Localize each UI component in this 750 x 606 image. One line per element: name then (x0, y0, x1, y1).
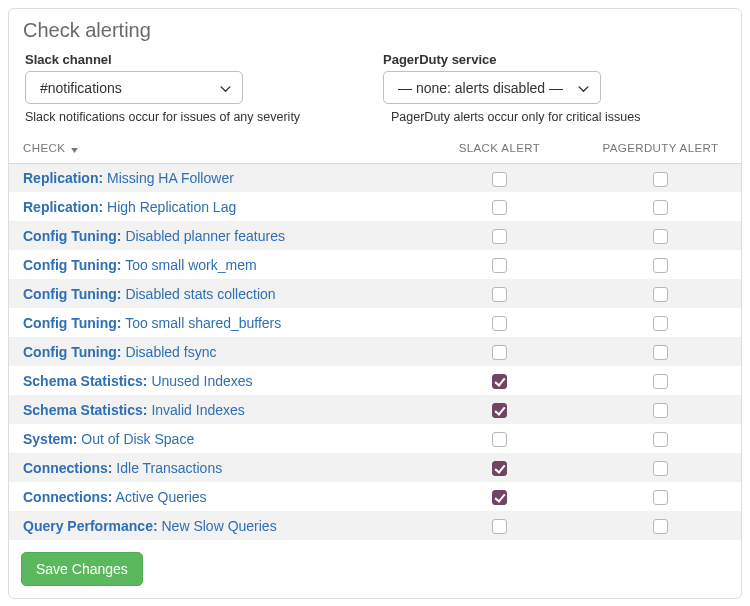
pagerduty-alert-cell (580, 337, 741, 366)
table-row: Connections: Idle Transactions (9, 453, 741, 482)
check-cell[interactable]: Schema Statistics: Invalid Indexes (9, 395, 419, 424)
check-cell[interactable]: Schema Statistics: Unused Indexes (9, 366, 419, 395)
pagerduty-alert-checkbox[interactable] (653, 432, 668, 447)
column-header-check[interactable]: Check (9, 134, 419, 163)
check-category: Config Tuning: (23, 257, 121, 273)
pagerduty-alert-checkbox[interactable] (653, 345, 668, 360)
slack-alert-checkbox[interactable] (492, 345, 507, 360)
slack-alert-checkbox[interactable] (492, 258, 507, 273)
check-category: Replication: (23, 199, 103, 215)
slack-alert-checkbox[interactable] (492, 374, 507, 389)
pagerduty-col: PagerDuty service — none: alerts disable… (379, 52, 729, 104)
slack-channel-select[interactable]: #notifications (25, 71, 243, 104)
check-category: Config Tuning: (23, 228, 121, 244)
check-category: Query Performance: (23, 518, 158, 534)
slack-alert-checkbox[interactable] (492, 287, 507, 302)
check-cell[interactable]: Replication: Missing HA Follower (9, 163, 419, 192)
check-category: Schema Statistics: (23, 373, 148, 389)
slack-alert-checkbox[interactable] (492, 432, 507, 447)
check-cell[interactable]: Config Tuning: Too small shared_buffers (9, 308, 419, 337)
pagerduty-alert-cell (580, 163, 741, 192)
pagerduty-alert-cell (580, 192, 741, 221)
pagerduty-alert-checkbox[interactable] (653, 172, 668, 187)
slack-alert-checkbox[interactable] (492, 200, 507, 215)
pagerduty-alert-checkbox[interactable] (653, 287, 668, 302)
slack-alert-checkbox[interactable] (492, 316, 507, 331)
table-row: Schema Statistics: Invalid Indexes (9, 395, 741, 424)
check-cell[interactable]: Connections: Active Queries (9, 482, 419, 511)
pagerduty-alert-cell (580, 366, 741, 395)
table-row: Connections: Active Queries (9, 482, 741, 511)
pagerduty-alert-cell (580, 221, 741, 250)
pagerduty-alert-checkbox[interactable] (653, 490, 668, 505)
pagerduty-alert-cell (580, 279, 741, 308)
check-cell[interactable]: System: Out of Disk Space (9, 424, 419, 453)
slack-alert-checkbox[interactable] (492, 461, 507, 476)
save-button[interactable]: Save Changes (21, 552, 143, 586)
check-cell[interactable]: Replication: High Replication Lag (9, 192, 419, 221)
panel-footer: Save Changes (9, 540, 741, 598)
check-name: Disabled planner features (125, 228, 285, 244)
check-category: Connections: (23, 460, 112, 476)
check-category: Schema Statistics: (23, 402, 148, 418)
check-name: Active Queries (116, 489, 207, 505)
pagerduty-alert-cell (580, 453, 741, 482)
slack-alert-cell (419, 250, 580, 279)
check-category: Replication: (23, 170, 103, 186)
check-category: System: (23, 431, 77, 447)
check-name: Too small work_mem (125, 257, 256, 273)
check-name: Out of Disk Space (81, 431, 194, 447)
table-row: Config Tuning: Disabled stats collection (9, 279, 741, 308)
slack-alert-cell (419, 453, 580, 482)
check-cell[interactable]: Connections: Idle Transactions (9, 453, 419, 482)
column-header-pagerduty[interactable]: PagerDuty Alert (580, 134, 741, 163)
pagerduty-service-label: PagerDuty service (383, 52, 725, 67)
pagerduty-alert-cell (580, 395, 741, 424)
pagerduty-alert-checkbox[interactable] (653, 258, 668, 273)
check-cell[interactable]: Query Performance: New Slow Queries (9, 511, 419, 540)
panel-title: Check alerting (9, 9, 741, 46)
config-row: Slack channel #notifications PagerDuty s… (9, 46, 741, 104)
pagerduty-alert-checkbox[interactable] (653, 229, 668, 244)
table-row: Schema Statistics: Unused Indexes (9, 366, 741, 395)
pagerduty-alert-cell (580, 424, 741, 453)
check-cell[interactable]: Config Tuning: Disabled fsync (9, 337, 419, 366)
pagerduty-help-text: PagerDuty alerts occur only for critical… (375, 104, 741, 134)
help-row: Slack notifications occur for issues of … (9, 104, 741, 134)
pagerduty-alert-checkbox[interactable] (653, 200, 668, 215)
checks-table: Check Slack Alert PagerDuty Alert Replic… (9, 134, 741, 540)
slack-alert-checkbox[interactable] (492, 229, 507, 244)
pagerduty-service-select[interactable]: — none: alerts disabled — (383, 71, 601, 104)
slack-alert-cell (419, 511, 580, 540)
pagerduty-alert-checkbox[interactable] (653, 374, 668, 389)
slack-alert-checkbox[interactable] (492, 172, 507, 187)
table-row: Config Tuning: Too small work_mem (9, 250, 741, 279)
slack-alert-cell (419, 482, 580, 511)
slack-alert-cell (419, 221, 580, 250)
check-cell[interactable]: Config Tuning: Disabled stats collection (9, 279, 419, 308)
table-row: Replication: High Replication Lag (9, 192, 741, 221)
table-row: Query Performance: New Slow Queries (9, 511, 741, 540)
slack-alert-checkbox[interactable] (492, 519, 507, 534)
pagerduty-alert-checkbox[interactable] (653, 461, 668, 476)
check-cell[interactable]: Config Tuning: Disabled planner features (9, 221, 419, 250)
check-name: High Replication Lag (107, 199, 236, 215)
slack-alert-cell (419, 337, 580, 366)
pagerduty-alert-checkbox[interactable] (653, 316, 668, 331)
table-row: Config Tuning: Too small shared_buffers (9, 308, 741, 337)
slack-alert-cell (419, 163, 580, 192)
sort-desc-icon (71, 143, 78, 155)
check-name: Missing HA Follower (107, 170, 234, 186)
pagerduty-alert-cell (580, 482, 741, 511)
column-header-slack[interactable]: Slack Alert (419, 134, 580, 163)
pagerduty-alert-cell (580, 308, 741, 337)
check-cell[interactable]: Config Tuning: Too small work_mem (9, 250, 419, 279)
check-name: Disabled fsync (125, 344, 216, 360)
check-category: Config Tuning: (23, 315, 121, 331)
pagerduty-alert-checkbox[interactable] (653, 519, 668, 534)
slack-alert-checkbox[interactable] (492, 403, 507, 418)
table-row: Config Tuning: Disabled fsync (9, 337, 741, 366)
pagerduty-alert-checkbox[interactable] (653, 403, 668, 418)
slack-help-text: Slack notifications occur for issues of … (9, 104, 375, 134)
slack-alert-checkbox[interactable] (492, 490, 507, 505)
